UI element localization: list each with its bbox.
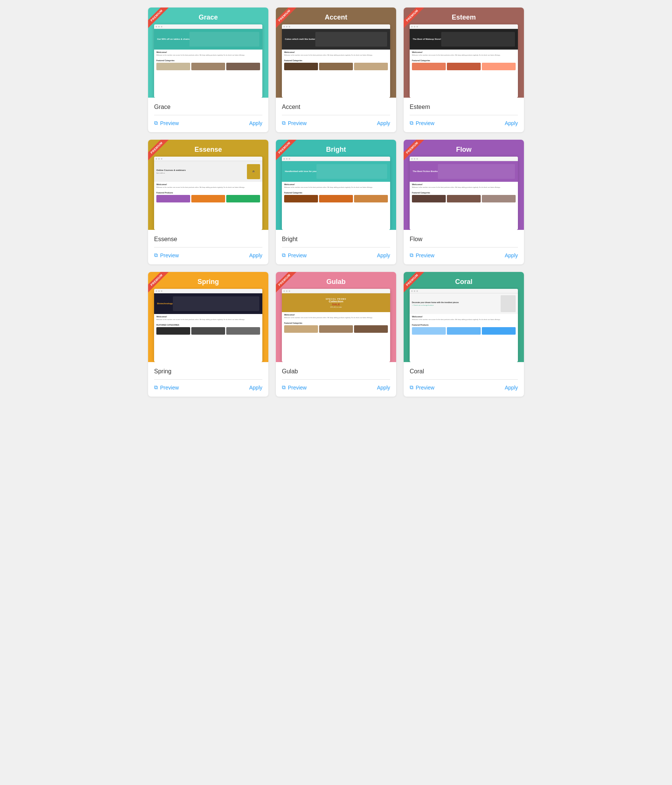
premium-badge-accent <box>276 8 302 34</box>
preview-label-accent: Preview <box>288 120 307 126</box>
theme-preview-gulab: Gulab SPECIAL PROMO Collection SALE 25% … <box>276 272 396 362</box>
theme-preview-grace: Grace Get 50% off on tables & chairs Wel… <box>148 8 268 98</box>
preview-label-grace: Preview <box>160 120 179 126</box>
theme-info-accent: Accent ⧉ Preview Apply <box>276 98 396 132</box>
mini-browser-bright: Handknitted with love for you Welcome! W… <box>282 156 390 230</box>
premium-badge-flow <box>404 140 430 166</box>
theme-info-flow: Flow ⧉ Preview Apply <box>404 230 524 264</box>
theme-actions-accent: ⧉ Preview Apply <box>282 120 390 126</box>
preview-label-gulab: Preview <box>288 385 307 391</box>
theme-card-flow: Flow The Best Fiction Books Welcome! Wel… <box>404 140 524 264</box>
theme-info-gulab: Gulab ⧉ Preview Apply <box>276 362 396 397</box>
apply-button-flow[interactable]: Apply <box>505 252 518 258</box>
theme-preview-esteem: Esteem The Best of Makeup Store! Welcome… <box>404 8 524 98</box>
theme-name-gulab: Gulab <box>282 368 390 375</box>
theme-card-essense: Essense Online Courses & webinars learn … <box>148 140 268 264</box>
theme-preview-coral: Coral Decorate your dream home with the … <box>404 272 524 362</box>
preview-icon-esteem: ⧉ <box>410 120 414 126</box>
preview-icon-flow: ⧉ <box>410 252 414 258</box>
theme-name-bright: Bright <box>282 236 390 242</box>
theme-actions-gulab: ⧉ Preview Apply <box>282 384 390 391</box>
theme-actions-essense: ⧉ Preview Apply <box>154 252 262 258</box>
theme-name-accent: Accent <box>282 104 390 110</box>
theme-info-bright: Bright ⧉ Preview Apply <box>276 230 396 264</box>
theme-card-coral: Coral Decorate your dream home with the … <box>404 272 524 397</box>
preview-label-esteem: Preview <box>416 120 434 126</box>
apply-button-coral[interactable]: Apply <box>505 385 518 391</box>
theme-info-coral: Coral ⧉ Preview Apply <box>404 362 524 397</box>
theme-preview-essense: Essense Online Courses & webinars learn … <box>148 140 268 230</box>
theme-name-flow: Flow <box>410 236 518 242</box>
theme-name-coral: Coral <box>410 368 518 375</box>
mini-browser-grace: Get 50% off on tables & chairs Welcome! … <box>154 24 262 98</box>
preview-icon-grace: ⧉ <box>154 120 158 126</box>
theme-card-bright: Bright Handknitted with love for you Wel… <box>276 140 396 264</box>
preview-icon-spring: ⧉ <box>154 384 158 391</box>
preview-label-essense: Preview <box>160 252 179 258</box>
preview-label-flow: Preview <box>416 252 434 258</box>
mini-browser-essense: Online Courses & webinars learn with us … <box>154 156 262 230</box>
theme-info-spring: Spring ⧉ Preview Apply <box>148 362 268 397</box>
preview-button-bright[interactable]: ⧉ Preview <box>282 252 307 258</box>
theme-grid: Grace Get 50% off on tables & chairs Wel… <box>148 8 524 397</box>
apply-button-spring[interactable]: Apply <box>249 385 262 391</box>
preview-button-coral[interactable]: ⧉ Preview <box>410 384 434 391</box>
premium-badge-gulab <box>276 272 302 298</box>
premium-badge-bright <box>276 140 302 166</box>
apply-button-accent[interactable]: Apply <box>377 120 390 126</box>
preview-button-accent[interactable]: ⧉ Preview <box>282 120 307 126</box>
preview-icon-accent: ⧉ <box>282 120 286 126</box>
apply-button-bright[interactable]: Apply <box>377 252 390 258</box>
theme-name-grace: Grace <box>154 104 262 110</box>
preview-label-coral: Preview <box>416 385 434 391</box>
theme-info-esteem: Esteem ⧉ Preview Apply <box>404 98 524 132</box>
theme-name-essense: Essense <box>154 236 262 242</box>
premium-badge-esteem <box>404 8 430 34</box>
apply-button-essense[interactable]: Apply <box>249 252 262 258</box>
apply-button-gulab[interactable]: Apply <box>377 385 390 391</box>
theme-info-essense: Essense ⧉ Preview Apply <box>148 230 268 264</box>
mini-browser-esteem: The Best of Makeup Store! Welcome! Welco… <box>410 24 518 98</box>
premium-badge-coral <box>404 272 430 298</box>
preview-label-bright: Preview <box>288 252 307 258</box>
theme-preview-flow: Flow The Best Fiction Books Welcome! Wel… <box>404 140 524 230</box>
theme-actions-grace: ⧉ Preview Apply <box>154 120 262 126</box>
mini-browser-coral: Decorate your dream home with the trendi… <box>410 289 518 362</box>
preview-icon-bright: ⧉ <box>282 252 286 258</box>
premium-badge-grace <box>148 8 174 34</box>
preview-button-spring[interactable]: ⧉ Preview <box>154 384 179 391</box>
theme-actions-coral: ⧉ Preview Apply <box>410 384 518 391</box>
mini-browser-gulab: SPECIAL PROMO Collection SALE 25% off | … <box>282 289 390 362</box>
theme-card-spring: Spring Biotechnology Welcome! Welcome to… <box>148 272 268 397</box>
theme-preview-spring: Spring Biotechnology Welcome! Welcome to… <box>148 272 268 362</box>
preview-button-gulab[interactable]: ⧉ Preview <box>282 384 307 391</box>
theme-actions-spring: ⧉ Preview Apply <box>154 384 262 391</box>
theme-name-esteem: Esteem <box>410 104 518 110</box>
theme-card-esteem: Esteem The Best of Makeup Store! Welcome… <box>404 8 524 132</box>
theme-card-grace: Grace Get 50% off on tables & chairs Wel… <box>148 8 268 132</box>
apply-button-grace[interactable]: Apply <box>249 120 262 126</box>
premium-badge-spring <box>148 272 174 298</box>
mini-browser-accent: Cakes which melt like butter Welcome! We… <box>282 24 390 98</box>
theme-actions-flow: ⧉ Preview Apply <box>410 252 518 258</box>
preview-button-grace[interactable]: ⧉ Preview <box>154 120 179 126</box>
theme-preview-accent: Accent Cakes which melt like butter Welc… <box>276 8 396 98</box>
theme-preview-bright: Bright Handknitted with love for you Wel… <box>276 140 396 230</box>
preview-icon-coral: ⧉ <box>410 384 414 391</box>
theme-actions-bright: ⧉ Preview Apply <box>282 252 390 258</box>
theme-card-accent: Accent Cakes which melt like butter Welc… <box>276 8 396 132</box>
mini-browser-flow: The Best Fiction Books Welcome! Welcome … <box>410 156 518 230</box>
theme-card-gulab: Gulab SPECIAL PROMO Collection SALE 25% … <box>276 272 396 397</box>
theme-name-spring: Spring <box>154 368 262 375</box>
theme-info-grace: Grace ⧉ Preview Apply <box>148 98 268 132</box>
preview-button-essense[interactable]: ⧉ Preview <box>154 252 179 258</box>
preview-button-flow[interactable]: ⧉ Preview <box>410 252 434 258</box>
mini-browser-spring: Biotechnology Welcome! Welcome to the nu… <box>154 289 262 362</box>
preview-icon-essense: ⧉ <box>154 252 158 258</box>
preview-label-spring: Preview <box>160 385 179 391</box>
apply-button-esteem[interactable]: Apply <box>505 120 518 126</box>
theme-actions-esteem: ⧉ Preview Apply <box>410 120 518 126</box>
premium-badge-essense <box>148 140 174 166</box>
preview-icon-gulab: ⧉ <box>282 384 286 391</box>
preview-button-esteem[interactable]: ⧉ Preview <box>410 120 434 126</box>
